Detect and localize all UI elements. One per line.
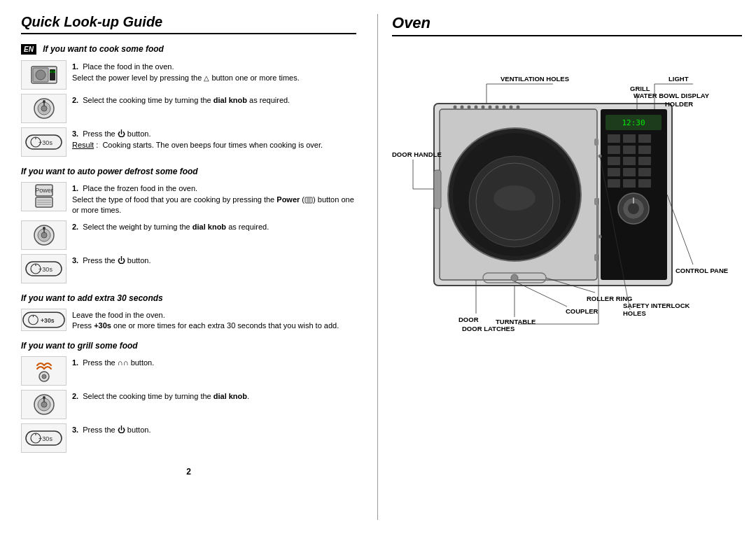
svg-point-65 <box>510 106 513 109</box>
add30-row: +30s Leave the food in the oven. Press +… <box>21 309 356 332</box>
svg-rect-78 <box>638 146 651 154</box>
svg-rect-87 <box>638 179 651 188</box>
grill-step-3-text: 3. Press the ⏻ button. <box>72 423 356 435</box>
svg-point-57 <box>454 106 457 109</box>
svg-point-10 <box>43 100 46 103</box>
grill-step-1-icon <box>21 356 66 386</box>
cook-step-2: 2. Select the cooking time by turning th… <box>21 94 356 123</box>
svg-rect-74 <box>623 134 636 143</box>
svg-point-42 <box>41 402 47 407</box>
cook-section-heading: EN If you want to cook some food <box>21 44 356 55</box>
svg-rect-75 <box>638 134 651 143</box>
svg-text:Power: Power <box>35 187 53 194</box>
defrost-step-1-text: 1. Place the frozen food in the oven. Se… <box>72 182 356 216</box>
svg-rect-51 <box>434 170 441 209</box>
defrost-step-2-text: 2. Select the weight by turning the dial… <box>72 220 356 232</box>
svg-text:12:30: 12:30 <box>622 118 645 127</box>
cook-step-1: 12:30 1. Place the food in the oven. Sel… <box>21 60 356 90</box>
svg-rect-84 <box>638 168 651 176</box>
svg-rect-81 <box>638 157 651 165</box>
svg-text:+30s: +30s <box>38 266 52 273</box>
defrost-step-3-text: 3. Press the ⏻ button. <box>72 254 356 266</box>
page-number: 2 <box>21 467 356 477</box>
defrost-step-3-icon: +30s <box>21 254 66 283</box>
cook-step-3: +30s 3. Press the ⏻ button. Result : Coo… <box>21 127 356 157</box>
cook-step-3-text: 3. Press the ⏻ button. Result : Cooking … <box>72 127 356 150</box>
grill-step-3: +30s 3. Press the ⏻ button. <box>21 423 356 453</box>
svg-rect-77 <box>623 146 636 154</box>
svg-rect-82 <box>608 168 620 176</box>
cook-step-1-icon: 12:30 <box>21 60 66 90</box>
en-badge: EN <box>21 44 36 55</box>
defrost-step-3: +30s 3. Press the ⏻ button. <box>21 254 356 283</box>
svg-rect-83 <box>623 168 636 176</box>
svg-point-66 <box>517 106 520 109</box>
page: Quick Look-up Guide EN If you want to co… <box>0 0 756 534</box>
holder-label: HOLDER <box>665 100 693 108</box>
svg-rect-80 <box>623 157 636 165</box>
svg-rect-86 <box>623 179 636 188</box>
svg-point-111 <box>598 235 602 239</box>
svg-point-60 <box>475 106 478 109</box>
svg-point-29 <box>43 227 46 230</box>
svg-point-8 <box>41 106 47 111</box>
svg-point-59 <box>468 106 471 109</box>
add30-heading: If you want to add extra 30 seconds <box>21 293 356 303</box>
svg-point-91 <box>628 203 639 214</box>
left-title: Quick Look-up Guide <box>21 14 356 34</box>
svg-point-64 <box>503 106 506 109</box>
left-column: Quick Look-up Guide EN If you want to co… <box>14 14 378 520</box>
svg-point-2 <box>36 70 46 80</box>
svg-rect-76 <box>608 146 620 154</box>
grill-steps: 1. Press the ∩∩ button. <box>21 356 356 453</box>
svg-rect-73 <box>608 134 620 143</box>
svg-point-27 <box>41 232 47 238</box>
add30-text: Leave the food in the oven. Press +30s o… <box>72 309 356 332</box>
light-label: LIGHT <box>668 75 689 83</box>
cook-step-2-text: 2. Select the cooking time by turning th… <box>72 94 356 106</box>
svg-point-56 <box>493 185 536 211</box>
svg-text:+30s: +30s <box>38 435 52 442</box>
grill-heading: If you want to grill some food <box>21 341 356 351</box>
door-latches-label: DOOR LATCHES <box>462 325 514 332</box>
svg-point-94 <box>511 274 518 281</box>
cook-step-2-icon <box>21 94 66 123</box>
cook-step-3-icon: +30s <box>21 127 66 157</box>
safety-interlock-label: SAFETY INTERLOCK <box>623 302 690 309</box>
svg-point-39 <box>42 374 46 379</box>
grill-step-1-text: 1. Press the ∩∩ button. <box>72 356 356 368</box>
grill-step-2: 2. Select the cooking time by turning th… <box>21 390 356 419</box>
oven-diagram: 12:30 <box>392 48 728 468</box>
coupler-label: COUPLER <box>566 307 598 315</box>
add30-icon: +30s <box>21 309 66 331</box>
door-label: DOOR <box>458 316 479 323</box>
svg-point-63 <box>496 106 499 109</box>
svg-text:12:30: 12:30 <box>49 71 55 73</box>
cook-steps: 12:30 1. Place the food in the oven. Sel… <box>21 60 356 157</box>
svg-point-62 <box>489 106 492 109</box>
svg-point-58 <box>461 106 464 109</box>
control-panel-label: CONTROL PANEL <box>676 267 728 274</box>
right-column: Oven <box>378 14 742 520</box>
ventilation-holes-label: VENTILATION HOLES <box>500 75 569 83</box>
cook-step-1-text: 1. Place the food in the oven. Select th… <box>72 60 356 83</box>
svg-point-44 <box>43 396 46 399</box>
svg-rect-85 <box>608 179 620 188</box>
defrost-steps: Power 1. Place the frozen food in the ov… <box>21 182 356 283</box>
svg-rect-69 <box>594 254 598 261</box>
grill-step-3-icon: +30s <box>21 423 66 453</box>
svg-text:+30s: +30s <box>41 316 55 323</box>
svg-point-61 <box>482 106 485 109</box>
defrost-step-2-icon <box>21 220 66 250</box>
grill-step-2-icon <box>21 390 66 419</box>
svg-rect-67 <box>594 139 598 146</box>
water-bowl-display-label: WATER BOWL DISPLAY <box>634 92 710 99</box>
defrost-heading: If you want to auto power defrost some f… <box>21 167 356 176</box>
svg-text:+30s: +30s <box>38 139 52 146</box>
defrost-step-1-icon: Power <box>21 182 66 211</box>
defrost-step-2: 2. Select the weight by turning the dial… <box>21 220 356 250</box>
svg-rect-68 <box>594 198 598 205</box>
svg-text:HOLES: HOLES <box>623 309 646 317</box>
door-handle-label: DOOR HANDLE <box>392 150 442 158</box>
grill-step-1: 1. Press the ∩∩ button. <box>21 356 356 386</box>
